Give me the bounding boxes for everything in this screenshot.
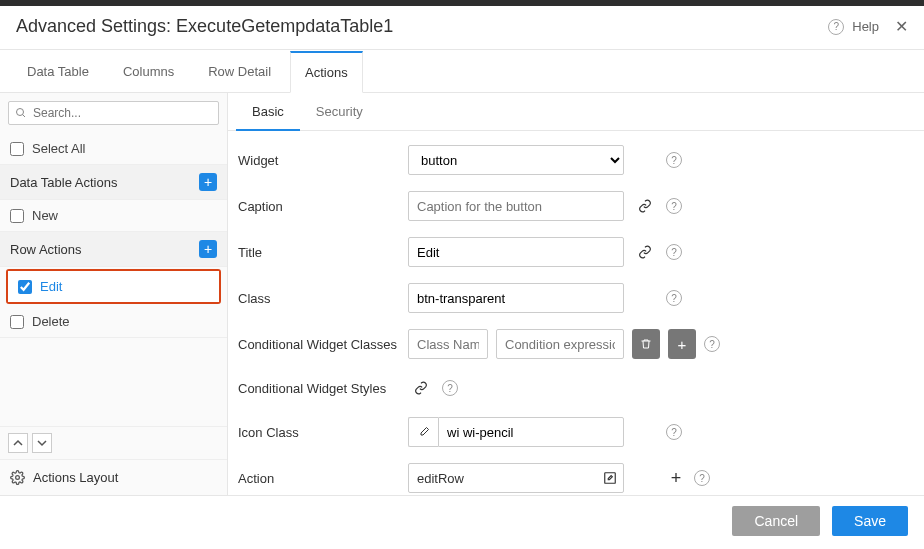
- cwc-delete-button[interactable]: [632, 329, 660, 359]
- group-row-actions: Row Actions +: [0, 232, 227, 267]
- move-up-button[interactable]: [8, 433, 28, 453]
- search-input[interactable]: [33, 106, 212, 120]
- main-tabs: Data Table Columns Row Detail Actions: [0, 50, 924, 93]
- svg-point-2: [16, 476, 20, 480]
- pencil-icon[interactable]: [408, 417, 438, 447]
- selected-highlight: Edit: [6, 269, 221, 304]
- cws-label: Conditional Widget Styles: [238, 381, 408, 396]
- save-button[interactable]: Save: [832, 506, 908, 536]
- subtab-security[interactable]: Security: [300, 94, 379, 131]
- tab-row-detail[interactable]: Row Detail: [193, 51, 286, 93]
- title-input[interactable]: [408, 237, 624, 267]
- new-checkbox[interactable]: [10, 209, 24, 223]
- add-data-table-action-button[interactable]: +: [199, 173, 217, 191]
- tab-data-table[interactable]: Data Table: [12, 51, 104, 93]
- properties-form: Widget button ? Caption ? Title: [228, 131, 924, 495]
- dialog-footer: Cancel Save: [0, 495, 924, 546]
- widget-select[interactable]: button: [408, 145, 624, 175]
- sidebar-item-new[interactable]: New: [0, 200, 227, 232]
- help-icon[interactable]: ?: [666, 244, 682, 260]
- select-all-row[interactable]: Select All: [0, 133, 227, 165]
- help-icon[interactable]: ?: [694, 470, 710, 486]
- caption-input[interactable]: [408, 191, 624, 221]
- sidebar-item-delete[interactable]: Delete: [0, 306, 227, 338]
- cancel-button[interactable]: Cancel: [732, 506, 820, 536]
- sidebar-item-edit[interactable]: Edit: [8, 271, 219, 302]
- group-label: Row Actions: [10, 242, 82, 257]
- actions-layout-label: Actions Layout: [33, 470, 118, 485]
- move-down-button[interactable]: [32, 433, 52, 453]
- cwc-label: Conditional Widget Classes: [238, 337, 408, 352]
- search-box[interactable]: [8, 101, 219, 125]
- tab-actions[interactable]: Actions: [290, 51, 363, 93]
- bind-icon[interactable]: [632, 239, 658, 265]
- gear-icon: [10, 470, 25, 485]
- actions-sidebar: Select All Data Table Actions + New Row …: [0, 93, 228, 495]
- close-icon[interactable]: ✕: [895, 17, 908, 36]
- widget-label: Widget: [238, 153, 408, 168]
- select-all-checkbox[interactable]: [10, 142, 24, 156]
- dialog-header: Advanced Settings: ExecuteGetempdataTabl…: [0, 6, 924, 50]
- help-icon[interactable]: ?: [666, 152, 682, 168]
- help-label[interactable]: Help: [852, 19, 879, 34]
- cwc-condition-input[interactable]: [496, 329, 624, 359]
- edit-icon[interactable]: [603, 471, 617, 485]
- svg-rect-3: [605, 473, 616, 484]
- group-data-table-actions: Data Table Actions +: [0, 165, 227, 200]
- caption-label: Caption: [238, 199, 408, 214]
- sub-tabs: Basic Security: [228, 93, 924, 131]
- iconclass-input[interactable]: [438, 417, 624, 447]
- cwc-class-input[interactable]: [408, 329, 488, 359]
- help-icon[interactable]: ?: [666, 424, 682, 440]
- delete-checkbox[interactable]: [10, 315, 24, 329]
- search-icon: [15, 107, 27, 119]
- bind-icon[interactable]: [632, 193, 658, 219]
- action-label: Action: [238, 471, 408, 486]
- edit-label: Edit: [40, 279, 62, 294]
- dialog-title: Advanced Settings: ExecuteGetempdataTabl…: [16, 16, 393, 37]
- action-value: editRow: [417, 471, 464, 486]
- actions-layout-button[interactable]: Actions Layout: [0, 459, 227, 495]
- bind-icon[interactable]: [408, 375, 434, 401]
- edit-checkbox[interactable]: [18, 280, 32, 294]
- help-icon[interactable]: ?: [442, 380, 458, 396]
- iconclass-label: Icon Class: [238, 425, 408, 440]
- help-icon[interactable]: ?: [828, 19, 844, 35]
- class-input[interactable]: [408, 283, 624, 313]
- delete-label: Delete: [32, 314, 70, 329]
- title-label: Title: [238, 245, 408, 260]
- action-input[interactable]: editRow: [408, 463, 624, 493]
- group-label: Data Table Actions: [10, 175, 117, 190]
- add-action-button[interactable]: +: [666, 468, 686, 489]
- help-icon[interactable]: ?: [704, 336, 720, 352]
- subtab-basic[interactable]: Basic: [236, 94, 300, 131]
- svg-point-0: [17, 109, 24, 116]
- svg-line-1: [23, 115, 26, 118]
- help-icon[interactable]: ?: [666, 290, 682, 306]
- cwc-add-button[interactable]: +: [668, 329, 696, 359]
- reorder-controls: [0, 426, 227, 459]
- content-panel: Basic Security Widget button ? Caption ?: [228, 93, 924, 495]
- new-label: New: [32, 208, 58, 223]
- select-all-label: Select All: [32, 141, 85, 156]
- add-row-action-button[interactable]: +: [199, 240, 217, 258]
- class-label: Class: [238, 291, 408, 306]
- help-icon[interactable]: ?: [666, 198, 682, 214]
- tab-columns[interactable]: Columns: [108, 51, 189, 93]
